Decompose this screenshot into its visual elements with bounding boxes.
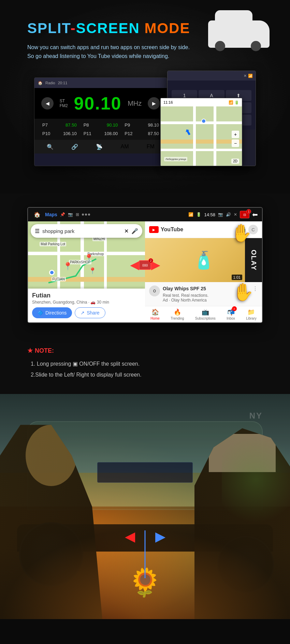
yt-nav-subs[interactable]: 📺 Subscriptions	[195, 308, 216, 320]
split-screen-button[interactable]: ⊟ 1	[240, 211, 249, 218]
home-button[interactable]: 🏠	[32, 209, 42, 220]
yt-nav-inbox[interactable]: 📬 2 Inbox	[227, 308, 235, 320]
radio-am-label: AM	[121, 144, 129, 150]
yt-library-label: Library	[246, 317, 257, 320]
top-bar-left: 🏠 Maps 📌 📷 ⊞	[32, 209, 90, 220]
yt-duration: 1:01	[232, 275, 242, 280]
radio-prev-btn[interactable]: ◀	[41, 97, 54, 109]
nav-map-content: ⬆ + − 2D Лебедева улица	[161, 106, 242, 166]
car-arrow-right: ▶	[155, 530, 165, 544]
map-pin-3: 📍	[89, 267, 96, 275]
yt-library-icon: 📁	[247, 308, 255, 316]
touch-finger-bottom: 🤚	[232, 282, 253, 302]
place-actions: 🔷 Directions ↗ Share	[32, 307, 141, 318]
car-arrows-container: ◀ ▶	[0, 530, 290, 544]
nav-zoom-out[interactable]: −	[232, 140, 239, 147]
note-item-2: 2.Slide to the Left/ Right to display fu…	[31, 369, 263, 380]
current-location-dot	[49, 270, 55, 275]
directions-label: Directions	[45, 310, 67, 316]
yt-inbox-label: Inbox	[227, 317, 235, 320]
nav-2d-btn[interactable]: 2D	[231, 159, 239, 164]
dot-2	[85, 214, 87, 216]
note-item-1: 1. Long pressing ▣ ON/OFF the split scre…	[31, 358, 263, 369]
yt-nav-home[interactable]: 🏠 Home	[150, 308, 160, 320]
map-road-v1	[193, 106, 196, 166]
map-road-v2	[214, 106, 216, 166]
map-label-mall: Mall Parking Lot	[40, 242, 66, 246]
note-text-1: 1. Long pressing ▣ ON/OFF the split scre…	[31, 361, 140, 367]
hamburger-icon[interactable]: ☰	[35, 228, 40, 234]
header-content: SPLIT-SCREEN MODE Now you can switch app…	[27, 20, 263, 180]
map-road-h3	[161, 149, 242, 151]
inbox-badge-num: 2	[232, 306, 237, 311]
radio-presets: P7 87.50 P8 90.10 P9 98.10 P10	[34, 119, 167, 140]
status-close[interactable]: ✕	[234, 212, 237, 217]
map-road-h2	[161, 140, 242, 144]
preset-val-106: 106.10	[63, 131, 77, 136]
share-label: Share	[87, 310, 99, 316]
share-button[interactable]: ↗ Share	[75, 307, 105, 318]
preset-val-108: 108.00	[104, 131, 118, 136]
preset-row-5: P11 108.00	[81, 130, 121, 137]
note-title: ★ NOTE:	[27, 347, 263, 354]
radio-fm2: FM2	[60, 103, 68, 108]
split-demo-top-bar: 🏠 Maps 📌 📷 ⊞ 📶 🔋 14:58 📷	[28, 208, 262, 221]
search-text[interactable]: shopping park	[42, 228, 121, 234]
share-icon: ↗	[81, 310, 85, 316]
screen-nav-map: 11:16 📶 🔋 ⬆	[160, 98, 242, 166]
yt-channel-icon: O	[153, 289, 156, 293]
radio-freq-display: ◀ ST FM2 90.10 MHz ▶	[34, 88, 167, 119]
phone-top-bar: ✕ 📶	[168, 71, 256, 80]
yt-nav-library[interactable]: 📁 Library	[246, 308, 257, 320]
maps-search-bar: ☰ shopping park ✕ 🎤	[31, 224, 142, 238]
search-mic-icon[interactable]: 🎤	[131, 228, 138, 234]
directions-button[interactable]: 🔷 Directions	[32, 307, 72, 318]
section-car-interior: 🌻 ◀ ▶	[0, 394, 290, 619]
radio-label: Radio	[45, 81, 55, 85]
split-demo-container: 🏠 Maps 📌 📷 ⊞ 📶 🔋 14:58 📷	[27, 207, 263, 323]
radio-next-btn[interactable]: ▶	[148, 97, 160, 109]
radio-bottom-bar: 🔍 🔗 📡 AM FM	[34, 140, 167, 153]
yt-olay-text: OLAY	[245, 238, 262, 282]
place-name: Futian	[32, 292, 141, 299]
maps-panel: Mall Parking Lot PARKnSHOP Parknshop FUT…	[28, 221, 145, 322]
map-pin-2: 📍	[84, 254, 93, 263]
radio-search-icon: 🔍	[47, 144, 54, 150]
maps-logo: Maps	[45, 212, 57, 217]
nav-zoom-in[interactable]: +	[232, 131, 239, 138]
car-arrow-divider-line	[135, 532, 155, 542]
map-bottom-info: Futian Shenzhen, Guangdong, China · 🚗 30…	[28, 289, 145, 322]
star-icon: ★	[27, 347, 33, 354]
search-clear-icon[interactable]: ✕	[124, 228, 129, 234]
yt-nav-trending[interactable]: 🔥 Trending	[171, 308, 184, 320]
car-arrow-left: ◀	[125, 530, 135, 544]
status-time: 14:58	[204, 212, 215, 217]
phone-signal-icon: 📶	[248, 74, 253, 78]
preset-val-90: 90.10	[107, 122, 118, 128]
yt-bottom-nav: 🏠 Home 🔥 Trending 📺 Subscriptions 📬	[145, 306, 262, 322]
map-pin-1: 📍	[63, 262, 72, 271]
back-button[interactable]: ⬅	[252, 210, 258, 219]
subtitle-line2: So go ahead listening to You Tube videos…	[27, 52, 263, 61]
subtitle-line1: Now you can switch apps and run two apps…	[27, 43, 263, 52]
yt-home-icon: 🏠	[151, 308, 159, 316]
maps-cam-icon: 📷	[68, 212, 73, 217]
top-bar-right: 📶 🔋 14:58 📷 🔊 ✕ ⊟ 1 ⬅	[188, 210, 258, 219]
yt-thumbnail: 🧴 OLAY 1:01	[145, 238, 262, 282]
preset-label-p7: P7	[42, 122, 48, 128]
preset-label-p9: P9	[125, 122, 130, 128]
preset-val-98: 98.10	[148, 122, 159, 128]
status-battery: 🔋	[196, 212, 201, 217]
note-text-2: 2.Slide to the Left/ Right to display fu…	[31, 372, 142, 378]
nav-street-label: Лебедева улица	[164, 157, 187, 161]
preset-row-6: P12 87.50	[122, 130, 162, 137]
preset-row-1: P7 87.50	[40, 121, 79, 129]
phone-display	[170, 83, 253, 89]
watermark: NY	[249, 411, 263, 421]
nav-pin	[201, 119, 206, 123]
yt-channel-avatar: O	[149, 286, 160, 296]
top-bar-dots	[82, 214, 90, 216]
nav-map-top: 11:16 📶 🔋	[161, 98, 242, 106]
freq-unit: MHz	[128, 100, 142, 107]
preset-val-87: 87.50	[66, 122, 77, 128]
